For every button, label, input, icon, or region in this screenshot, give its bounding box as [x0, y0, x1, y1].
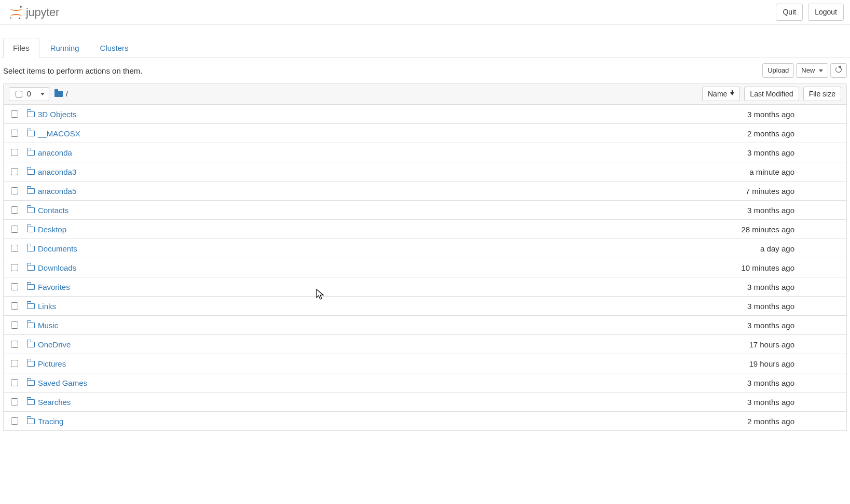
table-row: Desktop28 minutes ago	[3, 220, 847, 239]
folder-icon	[27, 131, 35, 136]
item-modified: a day ago	[699, 244, 798, 253]
item-name: OneDrive	[38, 340, 71, 349]
folder-icon	[27, 227, 35, 232]
sort-file-size-button[interactable]: File size	[803, 87, 841, 101]
item-modified: 10 minutes ago	[699, 263, 798, 272]
row-checkbox[interactable]	[11, 110, 18, 118]
row-checkbox[interactable]	[11, 187, 18, 194]
toolbar-hint: Select items to perform actions on them.	[3, 66, 142, 75]
folder-icon	[27, 361, 35, 367]
folder-icon	[27, 207, 35, 213]
item-link[interactable]: Saved Games	[27, 379, 87, 387]
row-checkbox[interactable]	[11, 226, 18, 233]
breadcrumb-root[interactable]: /	[66, 90, 68, 98]
item-name: Contacts	[38, 206, 68, 215]
folder-icon	[27, 150, 35, 156]
item-link[interactable]: Music	[27, 321, 58, 330]
row-checkbox[interactable]	[11, 302, 18, 310]
arrow-down-icon	[730, 92, 734, 95]
item-modified: 2 months ago	[699, 129, 798, 138]
upload-button[interactable]: Upload	[762, 63, 794, 78]
table-row: Saved Games3 months ago	[3, 373, 847, 393]
folder-icon	[27, 246, 35, 251]
header: jupyter Quit Logout	[0, 0, 850, 25]
breadcrumb: /	[54, 90, 697, 98]
item-name: Downloads	[38, 263, 76, 272]
item-link[interactable]: OneDrive	[27, 340, 71, 349]
folder-icon[interactable]	[54, 91, 63, 97]
row-checkbox[interactable]	[11, 130, 18, 137]
item-modified: 3 months ago	[699, 148, 798, 157]
sort-name-button[interactable]: Name	[702, 87, 740, 101]
row-checkbox[interactable]	[11, 245, 18, 252]
logout-button[interactable]: Logout	[808, 4, 844, 21]
row-checkbox[interactable]	[11, 168, 18, 175]
tab-files[interactable]: Files	[3, 38, 39, 58]
tab-running[interactable]: Running	[40, 38, 89, 58]
item-link[interactable]: Contacts	[27, 206, 68, 215]
item-link[interactable]: Searches	[27, 398, 71, 407]
folder-icon	[27, 169, 35, 175]
item-link[interactable]: anaconda5	[27, 187, 76, 195]
row-checkbox[interactable]	[11, 321, 18, 329]
folder-icon	[27, 380, 35, 386]
refresh-button[interactable]	[830, 63, 847, 78]
select-all-dropdown[interactable]: 0	[9, 87, 49, 101]
select-all-checkbox[interactable]	[16, 91, 22, 97]
item-name: Saved Games	[38, 379, 87, 387]
item-link[interactable]: Downloads	[27, 263, 76, 272]
item-link[interactable]: Tracing	[27, 417, 63, 426]
row-checkbox[interactable]	[11, 398, 18, 405]
tabbar: Files Running Clusters	[0, 37, 850, 58]
item-link[interactable]: anaconda	[27, 148, 72, 157]
folder-icon	[27, 303, 35, 309]
jupyter-logo[interactable]: jupyter	[9, 6, 59, 19]
file-size-column-label: File size	[809, 90, 835, 98]
row-checkbox[interactable]	[11, 341, 18, 348]
folder-icon	[27, 188, 35, 194]
item-name: __MACOSX	[38, 129, 80, 138]
item-name: Searches	[38, 398, 71, 407]
jupyter-logo-text: jupyter	[26, 6, 59, 19]
item-name: anaconda5	[38, 187, 76, 195]
item-modified: 3 months ago	[699, 321, 798, 330]
row-checkbox[interactable]	[11, 283, 18, 290]
caret-down-icon	[819, 69, 823, 72]
item-name: 3D Objects	[38, 110, 76, 119]
header-buttons: Quit Logout	[776, 4, 844, 21]
row-checkbox[interactable]	[11, 206, 18, 214]
item-modified: 3 months ago	[699, 379, 798, 387]
folder-icon	[27, 284, 35, 290]
tab-clusters[interactable]: Clusters	[90, 38, 139, 58]
table-row: anaconda3 months ago	[3, 143, 847, 162]
item-name: anaconda3	[38, 167, 76, 176]
row-checkbox[interactable]	[11, 379, 18, 386]
table-row: Tracing2 months ago	[3, 412, 847, 431]
item-link[interactable]: Desktop	[27, 225, 66, 234]
table-row: Searches3 months ago	[3, 393, 847, 412]
folder-icon	[27, 399, 35, 405]
item-link[interactable]: Documents	[27, 244, 77, 253]
row-checkbox[interactable]	[11, 264, 18, 271]
item-modified: 7 minutes ago	[699, 187, 798, 195]
item-link[interactable]: Links	[27, 302, 56, 311]
row-checkbox[interactable]	[11, 417, 18, 425]
new-dropdown-button[interactable]: New	[796, 63, 828, 78]
item-link[interactable]: Pictures	[27, 359, 66, 368]
sort-last-modified-button[interactable]: Last Modified	[744, 87, 799, 101]
item-link[interactable]: 3D Objects	[27, 110, 76, 119]
table-row: Links3 months ago	[3, 297, 847, 316]
table-row: anaconda57 minutes ago	[3, 181, 847, 201]
quit-button[interactable]: Quit	[776, 4, 803, 21]
item-name: Pictures	[38, 359, 66, 368]
item-link[interactable]: __MACOSX	[27, 129, 80, 138]
row-checkbox[interactable]	[11, 149, 18, 156]
folder-icon	[27, 418, 35, 424]
folder-icon	[27, 265, 35, 271]
refresh-icon	[835, 66, 842, 73]
row-checkbox[interactable]	[11, 360, 18, 367]
item-link[interactable]: Favorites	[27, 283, 70, 291]
table-row: Favorites3 months ago	[3, 277, 847, 297]
last-modified-column-label: Last Modified	[750, 90, 793, 98]
item-link[interactable]: anaconda3	[27, 167, 76, 176]
